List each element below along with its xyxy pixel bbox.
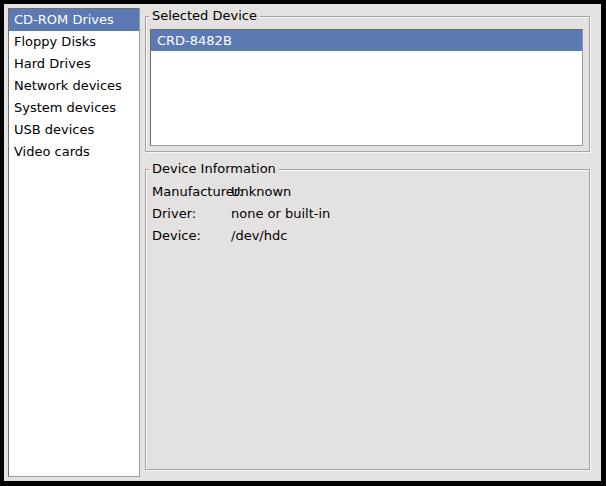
- category-item-network-devices[interactable]: Network devices: [9, 75, 139, 97]
- category-item-hard-drives[interactable]: Hard Drives: [9, 53, 139, 75]
- device-information-frame-title: Device Information: [149, 161, 279, 177]
- category-item-system-devices[interactable]: System devices: [9, 97, 139, 119]
- device-category-list: CD-ROM Drives Floppy Disks Hard Drives N…: [8, 8, 140, 477]
- category-item-usb-devices[interactable]: USB devices: [9, 119, 139, 141]
- device-list-item-crd-8482b[interactable]: CRD-8482B: [151, 30, 582, 51]
- device-information-frame: Device Information Manufacturer: Unknown…: [145, 161, 590, 470]
- category-item-floppy-disks[interactable]: Floppy Disks: [9, 31, 139, 53]
- selected-device-frame: Selected Device CRD-8482B: [145, 8, 590, 152]
- manufacturer-label: Manufacturer:: [152, 181, 231, 203]
- device-value: /dev/hdc: [231, 225, 583, 247]
- device-information-rows: Manufacturer: Unknown Driver: none or bu…: [152, 181, 583, 247]
- info-row-device: Device: /dev/hdc: [152, 225, 583, 247]
- selected-device-frame-title: Selected Device: [149, 8, 260, 24]
- hardware-browser-window: CD-ROM Drives Floppy Disks Hard Drives N…: [0, 0, 606, 486]
- driver-value: none or built-in: [231, 203, 583, 225]
- category-item-cd-rom-drives[interactable]: CD-ROM Drives: [9, 9, 139, 31]
- info-row-manufacturer: Manufacturer: Unknown: [152, 181, 583, 203]
- driver-label: Driver:: [152, 203, 231, 225]
- category-item-video-cards[interactable]: Video cards: [9, 141, 139, 163]
- selected-device-list: CRD-8482B: [150, 29, 583, 146]
- info-row-driver: Driver: none or built-in: [152, 203, 583, 225]
- manufacturer-value: Unknown: [231, 181, 583, 203]
- device-label: Device:: [152, 225, 231, 247]
